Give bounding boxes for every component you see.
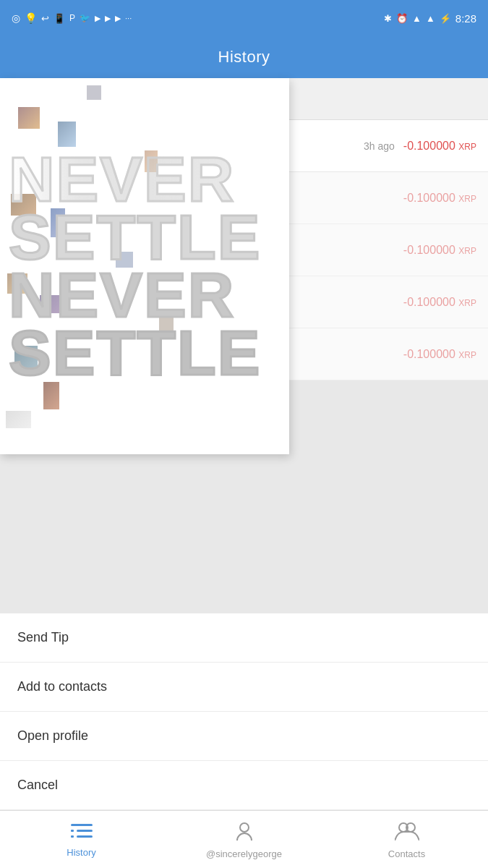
bottom-nav: History @sincerelygeorge Contacts	[0, 810, 488, 868]
history-item-amount: -0.100000 XRP	[403, 140, 476, 153]
nav-contacts-label: Contacts	[388, 848, 425, 859]
send-tip-item[interactable]: Send Tip	[0, 613, 488, 663]
status-bar-left: ◎ 💡 ↩ 📱 P 🐦 ▶ ▶ ▶ ···	[12, 12, 132, 24]
more-icon: ···	[125, 14, 132, 22]
open-profile-label: Open profile	[17, 728, 88, 744]
back-icon: ↩	[41, 13, 49, 24]
nav-history-label: History	[67, 847, 95, 858]
send-tip-label: Send Tip	[17, 630, 69, 645]
svg-rect-3	[77, 830, 93, 832]
nav-profile[interactable]: @sincerelygeorge	[163, 820, 325, 859]
svg-rect-6	[71, 835, 74, 838]
whatsapp-icon: 📱	[53, 13, 65, 24]
settle-text-2: SETTLE	[9, 321, 281, 385]
svg-point-7	[237, 833, 252, 841]
status-bar: ◎ 💡 ↩ 📱 P 🐦 ▶ ▶ ▶ ··· ✱ ⏰ ▲ ▲ ⚡ 8:28	[0, 0, 488, 36]
twitter-icon: 🐦	[80, 13, 90, 23]
status-bar-right: ✱ ⏰ ▲ ▲ ⚡ 8:28	[384, 12, 476, 25]
add-contacts-label: Add to contacts	[17, 679, 107, 694]
svg-rect-4	[77, 835, 93, 838]
alarm-icon: ⏰	[396, 13, 408, 24]
battery-icon: ⚡	[440, 13, 451, 24]
pinterest-icon: P	[69, 13, 75, 23]
profile-nav-icon	[234, 820, 254, 846]
history-item-amount: -0.100000 XRP	[403, 244, 476, 257]
app-bar: History	[0, 36, 488, 78]
nav-profile-label: @sincerelygeorge	[206, 848, 282, 859]
bulb-icon: 💡	[25, 12, 37, 24]
svg-rect-2	[71, 824, 93, 826]
add-contacts-item[interactable]: Add to contacts	[0, 663, 488, 712]
contacts-nav-icon	[395, 820, 419, 846]
youtube2-icon: ▶	[105, 14, 111, 23]
app-title: History	[218, 48, 270, 67]
never-text-1: NEVER	[9, 148, 281, 211]
popup-image: NEVER SETTLE NEVER SETTLE	[0, 78, 289, 454]
settle-text-1: SETTLE	[9, 205, 281, 269]
youtube3-icon: ▶	[115, 14, 121, 23]
wifi-icon: ▲	[412, 13, 421, 24]
history-item-amount: -0.100000 XRP	[403, 296, 476, 309]
time-display: 8:28	[455, 12, 476, 25]
signal-icon: ▲	[426, 13, 435, 24]
cancel-item[interactable]: Cancel	[0, 761, 488, 810]
history-item-amount: -0.100000 XRP	[403, 348, 476, 361]
open-profile-item[interactable]: Open profile	[0, 712, 488, 761]
bluetooth-icon: ✱	[384, 13, 392, 24]
history-item-amount: -0.100000 XRP	[403, 192, 476, 205]
cancel-label: Cancel	[17, 778, 58, 793]
never-text-2: NEVER	[9, 263, 281, 327]
bottom-sheet: Send Tip Add to contacts Open profile Ca…	[0, 613, 488, 810]
message-icon: ◎	[12, 12, 20, 24]
popup-card: NEVER SETTLE NEVER SETTLE	[0, 78, 289, 454]
nav-history[interactable]: History	[0, 821, 163, 858]
nav-contacts[interactable]: Contacts	[325, 820, 488, 859]
svg-point-8	[240, 823, 249, 832]
youtube1-icon: ▶	[95, 14, 100, 23]
svg-rect-5	[71, 830, 74, 832]
history-item-time: 3h ago	[364, 140, 395, 152]
history-nav-icon	[71, 821, 93, 844]
